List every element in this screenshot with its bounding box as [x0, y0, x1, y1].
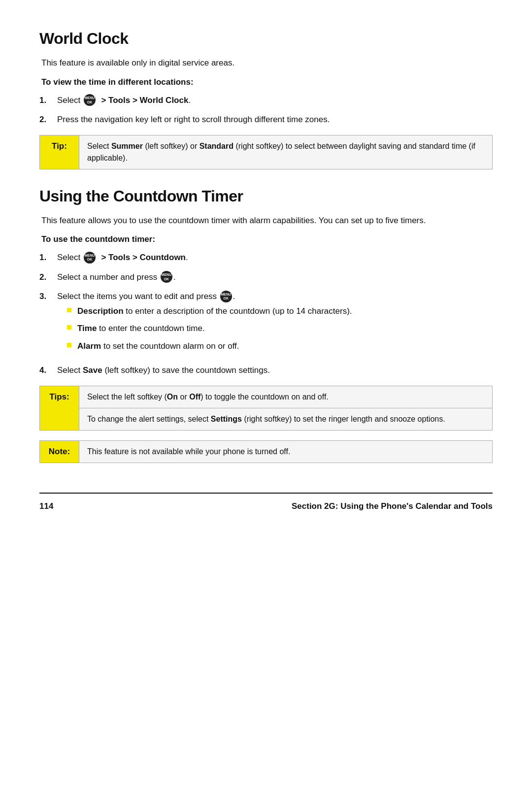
countdown-step-4: 4. Select Save (left softkey) to save th… [39, 364, 493, 377]
countdown-step-3-content: Select the items you want to edit and pr… [57, 290, 493, 357]
step-number-2: 2. [39, 113, 57, 126]
footer-page-number: 114 [39, 501, 53, 511]
tips-row-1: Select the left softkey (On or Off) to t… [79, 386, 492, 408]
bullet-alarm-text: Alarm to set the countdown alarm on or o… [77, 340, 239, 353]
step-2-content: Press the navigation key left or right t… [57, 113, 493, 126]
countdown-timer-steps: 1. Select MENU OK > Tools > Countdown. 2… [39, 251, 493, 377]
menu-icon-1: MENU OK [84, 94, 96, 106]
countdown-bullet-list: Description to enter a description of th… [57, 305, 493, 353]
countdown-step-1-content: Select MENU OK > Tools > Countdown. [57, 251, 493, 264]
world-clock-title: World Clock [39, 30, 493, 48]
world-clock-steps: 1. Select MENU OK > Tools > World Clock.… [39, 94, 493, 126]
world-clock-tip-box: Tip: Select Summer (left softkey) or Sta… [39, 135, 493, 169]
countdown-step-number-2: 2. [39, 271, 57, 284]
step-1-path: > Tools > World Clock [101, 96, 188, 105]
note-label: Note: [40, 441, 79, 463]
bullet-time-text: Time to enter the countdown time. [77, 322, 205, 335]
footer-section-text: Section 2G: Using the Phone's Calendar a… [292, 501, 493, 511]
menu-icon-countdown-3: MENU OK [220, 291, 232, 302]
countdown-step-2-content: Select a number and press MENU OK . [57, 271, 493, 284]
bullet-square-1 [67, 308, 71, 312]
tips-content: Select the left softkey (On or Off) to t… [79, 386, 492, 430]
bullet-time: Time to enter the countdown time. [67, 322, 493, 335]
countdown-step-2: 2. Select a number and press MENU OK . [39, 271, 493, 284]
countdown-timer-intro: This feature allows you to use the count… [39, 214, 493, 227]
countdown-step-3: 3. Select the items you want to edit and… [39, 290, 493, 357]
step-number-1: 1. [39, 94, 57, 107]
menu-icon-countdown-2: MENU OK [161, 271, 172, 283]
countdown-step-number-4: 4. [39, 364, 57, 377]
bullet-description: Description to enter a description of th… [67, 305, 493, 318]
page-footer: 114 Section 2G: Using the Phone's Calend… [39, 493, 493, 511]
tip-content: Select Summer (left softkey) or Standard… [79, 135, 492, 169]
tips-on-bold: On [167, 393, 178, 401]
world-clock-intro: This feature is available only in digita… [39, 57, 493, 69]
countdown-step-1: 1. Select MENU OK > Tools > Countdown. [39, 251, 493, 264]
menu-icon-countdown-1: MENU OK [84, 252, 96, 264]
countdown-timer-title: Using the Countdown Timer [39, 187, 493, 205]
countdown-timer-subsection-label: To use the countdown timer: [39, 234, 493, 244]
countdown-step-number-1: 1. [39, 251, 57, 264]
tips-row-2: To change the alert settings, select Set… [79, 408, 492, 430]
world-clock-subsection-label: To view the time in different locations: [39, 77, 493, 87]
countdown-step-1-path: > Tools > Countdown [101, 253, 186, 262]
world-clock-step-2: 2. Press the navigation key left or righ… [39, 113, 493, 126]
tips-label: Tips: [40, 386, 79, 430]
world-clock-section: World Clock This feature is available on… [39, 30, 493, 169]
save-bold: Save [83, 366, 102, 375]
tip-bold-standard: Standard [200, 142, 233, 150]
bullet-square-2 [67, 325, 71, 330]
tip-bold-summer: Summer [111, 142, 143, 150]
bullet-square-3 [67, 343, 71, 347]
world-clock-step-1: 1. Select MENU OK > Tools > World Clock. [39, 94, 493, 107]
tip-label: Tip: [40, 135, 79, 169]
bullet-alarm: Alarm to set the countdown alarm on or o… [67, 340, 493, 353]
countdown-step-4-content: Select Save (left softkey) to save the c… [57, 364, 493, 377]
countdown-timer-section: Using the Countdown Timer This feature a… [39, 187, 493, 463]
step-1-content: Select MENU OK > Tools > World Clock. [57, 94, 493, 107]
countdown-note-box: Note: This feature is not available whil… [39, 440, 493, 463]
tips-settings-bold: Settings [211, 415, 242, 423]
countdown-tips-box: Tips: Select the left softkey (On or Off… [39, 386, 493, 431]
bullet-description-text: Description to enter a description of th… [77, 305, 352, 318]
note-content: This feature is not available while your… [79, 441, 492, 463]
tips-off-bold: Off [189, 393, 200, 401]
countdown-step-number-3: 3. [39, 290, 57, 303]
